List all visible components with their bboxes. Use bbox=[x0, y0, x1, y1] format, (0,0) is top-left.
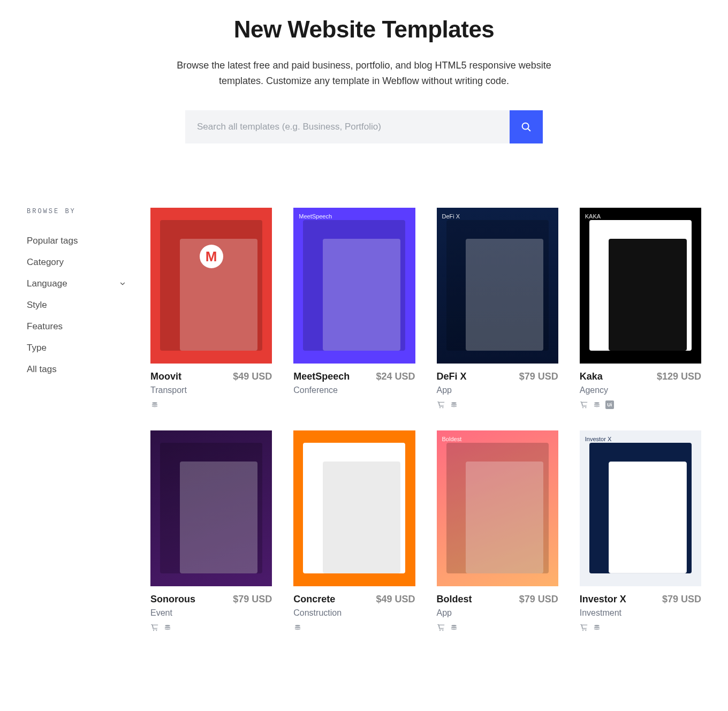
template-category[interactable]: App bbox=[437, 608, 472, 618]
template-card: MMoovitTransport$49 USD bbox=[150, 208, 272, 409]
search-icon bbox=[520, 121, 532, 133]
logo-badge: M bbox=[200, 245, 223, 268]
sidebar-item-label: Style bbox=[27, 300, 47, 311]
svg-line-1 bbox=[528, 128, 530, 131]
svg-point-13 bbox=[439, 630, 440, 631]
cart-icon bbox=[580, 623, 588, 632]
template-category[interactable]: Conference bbox=[293, 385, 350, 395]
svg-point-6 bbox=[582, 407, 583, 408]
svg-point-2 bbox=[152, 402, 157, 404]
sidebar-item-language[interactable]: Language bbox=[27, 273, 126, 294]
cart-icon bbox=[437, 623, 445, 632]
template-name[interactable]: Kaka bbox=[580, 371, 608, 382]
svg-point-4 bbox=[442, 407, 443, 408]
sidebar-item-label: Language bbox=[27, 278, 67, 289]
template-feature-icons bbox=[293, 623, 415, 632]
template-category[interactable]: Event bbox=[150, 608, 195, 618]
sidebar-item-label: All tags bbox=[27, 364, 57, 375]
svg-point-18 bbox=[594, 625, 599, 626]
template-feature-icons: Ui bbox=[580, 400, 701, 409]
template-price: $24 USD bbox=[376, 371, 415, 382]
svg-point-5 bbox=[451, 402, 456, 404]
thumb-label: DeFi X bbox=[442, 213, 460, 220]
template-price: $79 USD bbox=[662, 594, 701, 605]
svg-point-15 bbox=[451, 625, 456, 626]
template-thumbnail[interactable] bbox=[293, 430, 415, 586]
svg-point-3 bbox=[439, 407, 440, 408]
chevron-down-icon bbox=[119, 280, 126, 288]
template-name[interactable]: Sonorous bbox=[150, 594, 195, 605]
template-price: $79 USD bbox=[233, 594, 272, 605]
sidebar-item-all-tags[interactable]: All tags bbox=[27, 359, 126, 380]
template-card: Investor XInvestor XInvestment$79 USD bbox=[580, 430, 701, 632]
template-feature-icons bbox=[437, 400, 558, 409]
sidebar-item-type[interactable]: Type bbox=[27, 337, 126, 359]
thumb-label: Investor X bbox=[585, 436, 612, 442]
template-card: MeetSpeechMeetSpeechConference$24 USD bbox=[293, 208, 415, 409]
template-card: SonorousEvent$79 USD bbox=[150, 430, 272, 632]
sidebar: BROWSE BY Popular tagsCategoryLanguageSt… bbox=[27, 208, 126, 632]
ui-kit-icon: Ui bbox=[605, 400, 614, 409]
template-thumbnail[interactable]: DeFi X bbox=[437, 208, 558, 364]
template-category[interactable]: Agency bbox=[580, 385, 608, 395]
sidebar-item-label: Type bbox=[27, 343, 47, 353]
stack-icon bbox=[593, 400, 601, 409]
stack-icon bbox=[450, 623, 458, 632]
search-input[interactable] bbox=[185, 110, 510, 143]
template-card: BoldestBoldestApp$79 USD bbox=[437, 430, 558, 632]
template-price: $49 USD bbox=[376, 594, 415, 605]
template-name[interactable]: DeFi X bbox=[437, 371, 467, 382]
template-name[interactable]: Investor X bbox=[580, 594, 626, 605]
template-thumbnail[interactable]: Investor X bbox=[580, 430, 701, 586]
search-bar bbox=[185, 110, 543, 143]
sidebar-item-style[interactable]: Style bbox=[27, 294, 126, 316]
template-thumbnail[interactable]: Boldest bbox=[437, 430, 558, 586]
sidebar-item-label: Features bbox=[27, 321, 63, 332]
template-name[interactable]: Moovit bbox=[150, 371, 187, 382]
sidebar-item-label: Category bbox=[27, 257, 64, 268]
svg-point-9 bbox=[153, 630, 154, 631]
svg-point-8 bbox=[594, 402, 599, 404]
thumb-label: MeetSpeech bbox=[299, 213, 332, 220]
template-card: ConcreteConstruction$49 USD bbox=[293, 430, 415, 632]
svg-point-10 bbox=[156, 630, 157, 631]
template-thumbnail[interactable]: KAKA bbox=[580, 208, 701, 364]
svg-point-7 bbox=[585, 407, 586, 408]
sidebar-heading: BROWSE BY bbox=[27, 208, 126, 215]
svg-point-14 bbox=[442, 630, 443, 631]
template-feature-icons bbox=[437, 623, 558, 632]
template-price: $129 USD bbox=[657, 371, 701, 382]
stack-icon bbox=[593, 623, 601, 632]
svg-point-16 bbox=[582, 630, 583, 631]
cart-icon bbox=[150, 623, 159, 632]
stack-icon bbox=[450, 400, 458, 409]
page-title: New Website Templates bbox=[0, 16, 728, 43]
sidebar-item-features[interactable]: Features bbox=[27, 316, 126, 337]
template-name[interactable]: Concrete bbox=[293, 594, 342, 605]
template-card: KAKAKakaAgency$129 USDUi bbox=[580, 208, 701, 409]
template-category[interactable]: Transport bbox=[150, 385, 187, 395]
template-category[interactable]: Construction bbox=[293, 608, 342, 618]
template-thumbnail[interactable] bbox=[150, 430, 272, 586]
template-category[interactable]: Investment bbox=[580, 608, 626, 618]
template-name[interactable]: Boldest bbox=[437, 594, 472, 605]
template-name[interactable]: MeetSpeech bbox=[293, 371, 350, 382]
template-price: $79 USD bbox=[519, 594, 558, 605]
search-button[interactable] bbox=[510, 110, 543, 143]
template-price: $79 USD bbox=[519, 371, 558, 382]
stack-icon bbox=[293, 623, 302, 632]
svg-point-17 bbox=[585, 630, 586, 631]
template-feature-icons bbox=[580, 623, 701, 632]
template-feature-icons bbox=[150, 623, 272, 632]
svg-point-12 bbox=[295, 625, 300, 626]
template-feature-icons bbox=[150, 400, 272, 409]
sidebar-item-popular-tags[interactable]: Popular tags bbox=[27, 230, 126, 252]
cart-icon bbox=[580, 400, 588, 409]
template-category[interactable]: App bbox=[437, 385, 467, 395]
sidebar-item-category[interactable]: Category bbox=[27, 252, 126, 273]
template-thumbnail[interactable]: M bbox=[150, 208, 272, 364]
thumb-label: Boldest bbox=[442, 436, 462, 442]
stack-icon bbox=[150, 400, 159, 409]
stack-icon bbox=[163, 623, 172, 632]
template-thumbnail[interactable]: MeetSpeech bbox=[293, 208, 415, 364]
